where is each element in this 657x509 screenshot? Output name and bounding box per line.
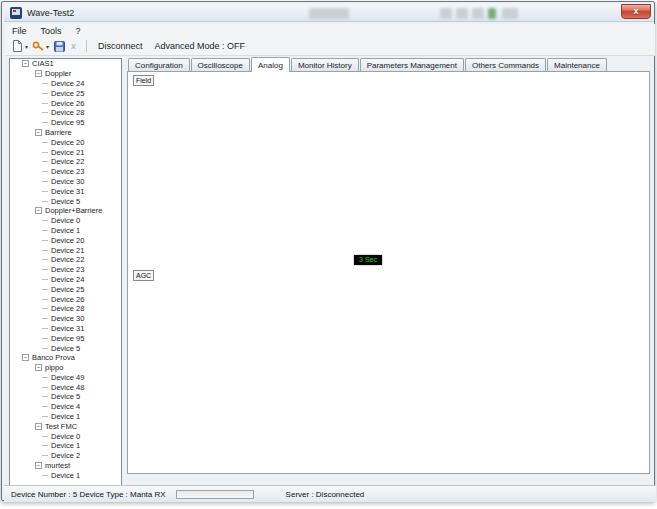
tree-connector-line <box>42 328 48 329</box>
collapse-icon[interactable]: − <box>35 70 42 77</box>
tree-node[interactable]: Device 0 <box>10 431 121 441</box>
collapse-icon[interactable]: − <box>35 129 42 136</box>
titlebar-redaction <box>456 8 468 19</box>
tree-connector-line <box>42 445 48 446</box>
collapse-icon[interactable]: − <box>35 462 42 469</box>
tree-node-label: CIAS1 <box>32 59 54 68</box>
tree-connector-line <box>42 377 48 378</box>
collapse-icon[interactable]: − <box>35 423 42 430</box>
tab-analog[interactable]: Analog <box>251 57 290 72</box>
tab-monitor-history[interactable]: Monitor History <box>291 58 359 71</box>
tree-node[interactable]: Device 21 <box>10 245 121 255</box>
titlebar-redaction <box>309 8 349 19</box>
collapse-icon[interactable]: − <box>35 364 42 371</box>
tree-node-label: Device 49 <box>51 373 84 382</box>
status-device-text: Device Number : 5 Device Type : Manta RX <box>11 490 166 499</box>
close-button[interactable]: x <box>621 4 651 19</box>
tree-node-label: Device 5 <box>51 392 80 401</box>
tree-node-label: Device 23 <box>51 167 84 176</box>
tree-node-label: Device 30 <box>51 314 84 323</box>
tree-connector-line <box>42 416 48 417</box>
collapse-icon[interactable]: − <box>35 207 42 214</box>
tree-node[interactable]: Device 1 <box>10 470 121 480</box>
tree-node[interactable]: Device 5 <box>10 392 121 402</box>
tree-node[interactable]: Device 26 <box>10 294 121 304</box>
menu-item-file[interactable]: File <box>5 26 34 36</box>
tree-node[interactable]: Device 5 <box>10 343 121 353</box>
tree-node[interactable]: Device 24 <box>10 79 121 89</box>
tree-node[interactable]: Device 1 <box>10 441 121 451</box>
device-tree: −CIAS1−DopplerDevice 24Device 25Device 2… <box>9 58 122 486</box>
tree-node[interactable]: Device 1 <box>10 412 121 422</box>
tree-connector-line <box>42 103 48 104</box>
tree-node[interactable]: −murtest <box>10 461 121 471</box>
disconnect-button[interactable]: Disconnect <box>98 41 143 51</box>
tree-node[interactable]: Device 28 <box>10 304 121 314</box>
tree-node[interactable]: Device 22 <box>10 157 121 167</box>
tree-node[interactable]: Device 0 <box>10 216 121 226</box>
tree-node[interactable]: Device 30 <box>10 177 121 187</box>
tree-node[interactable]: −Test FMC <box>10 421 121 431</box>
tree-node-label: Test FMC <box>45 422 77 431</box>
tree-node-label: Device 23 <box>51 265 84 274</box>
tab-oscilloscope[interactable]: Oscilloscope <box>191 58 250 71</box>
tree-node-label: Device 26 <box>51 295 84 304</box>
tab-others-commands[interactable]: Others Commands <box>465 58 546 71</box>
tree-node[interactable]: Device 20 <box>10 137 121 147</box>
tab-maintenance[interactable]: Maintenance <box>547 58 607 71</box>
tree-node[interactable]: −Barriere <box>10 128 121 138</box>
tree-node[interactable]: Device 49 <box>10 373 121 383</box>
menu-item-[interactable]: ? <box>69 26 88 36</box>
menu-bar: FileTools? <box>5 24 655 37</box>
tree-node[interactable]: Device 48 <box>10 382 121 392</box>
tree-node[interactable]: Device 24 <box>10 275 121 285</box>
new-document-dropdown-icon[interactable]: ▾ <box>25 43 28 50</box>
toolbar-separator <box>86 40 87 52</box>
tree-node[interactable]: Device 95 <box>10 333 121 343</box>
tree-node[interactable]: Device 5 <box>10 196 121 206</box>
tree-node[interactable]: −Doppler <box>10 69 121 79</box>
tab-parameters-management[interactable]: Parameters Management <box>360 58 464 71</box>
status-progressbar <box>176 490 254 499</box>
tree-node[interactable]: Device 20 <box>10 235 121 245</box>
delete-icon[interactable]: x <box>67 40 80 53</box>
tree-node[interactable]: Device 26 <box>10 98 121 108</box>
tree-node-label: Device 1 <box>51 471 80 480</box>
tree-connector-line <box>42 289 48 290</box>
tree-node-label: pippo <box>45 363 63 372</box>
tree-node[interactable]: Device 28 <box>10 108 121 118</box>
new-document-icon[interactable] <box>11 40 24 53</box>
tree-connector-line <box>42 112 48 113</box>
tree-connector-line <box>42 308 48 309</box>
menu-item-tools[interactable]: Tools <box>34 26 69 36</box>
tree-node[interactable]: Device 31 <box>10 324 121 334</box>
tree-node[interactable]: −pippo <box>10 363 121 373</box>
tree-node[interactable]: Device 1 <box>10 226 121 236</box>
tab-configuration[interactable]: Configuration <box>128 58 190 71</box>
tree-node[interactable]: Device 95 <box>10 118 121 128</box>
collapse-icon[interactable]: − <box>22 60 29 67</box>
key-icon[interactable] <box>32 40 45 53</box>
tree-node-label: Device 0 <box>51 216 80 225</box>
tree-node[interactable]: Device 25 <box>10 284 121 294</box>
tree-node[interactable]: Device 30 <box>10 314 121 324</box>
save-icon[interactable] <box>53 40 66 53</box>
tree-node[interactable]: −Doppler+Barriere <box>10 206 121 216</box>
tree-node-label: Device 2 <box>51 451 80 460</box>
tree-node[interactable]: −Banco Prova <box>10 353 121 363</box>
collapse-icon[interactable]: − <box>22 354 29 361</box>
tree-node-label: Device 31 <box>51 324 84 333</box>
tree-node[interactable]: −CIAS1 <box>10 59 121 69</box>
tree-connector-line <box>42 318 48 319</box>
key-dropdown-icon[interactable]: ▾ <box>46 43 49 50</box>
tree-node[interactable]: Device 4 <box>10 402 121 412</box>
tree-node[interactable]: Device 25 <box>10 88 121 98</box>
tree-node[interactable]: Device 21 <box>10 147 121 157</box>
tree-node-label: Device 21 <box>51 246 84 255</box>
tree-node[interactable]: Device 23 <box>10 167 121 177</box>
tree-node[interactable]: Device 23 <box>10 265 121 275</box>
tree-node[interactable]: Device 31 <box>10 186 121 196</box>
tree-connector-line <box>42 161 48 162</box>
tree-node[interactable]: Device 2 <box>10 451 121 461</box>
tree-node[interactable]: Device 22 <box>10 255 121 265</box>
